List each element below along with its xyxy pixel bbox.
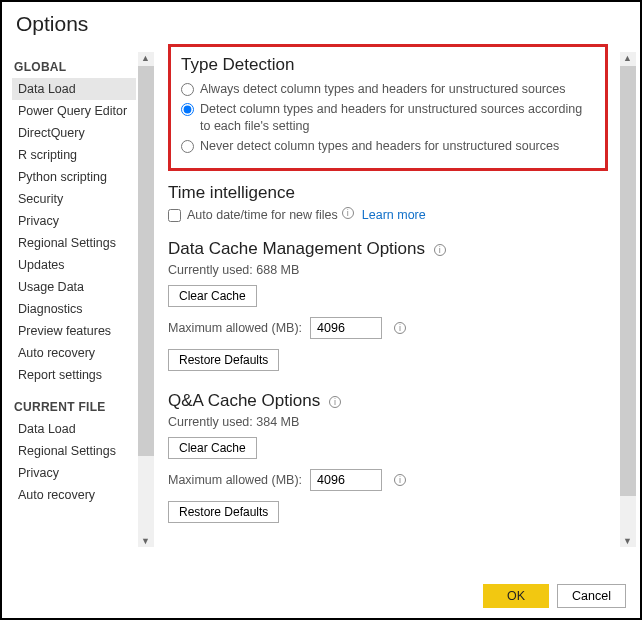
cancel-button[interactable]: Cancel bbox=[557, 584, 626, 608]
chevron-up-icon[interactable]: ▲ bbox=[623, 53, 632, 63]
info-icon[interactable]: i bbox=[394, 474, 406, 486]
clear-cache-button[interactable]: Clear Cache bbox=[168, 285, 257, 307]
info-icon[interactable]: i bbox=[434, 244, 446, 256]
qa-cache-used: Currently used: 384 MB bbox=[168, 415, 608, 429]
sidebar-item-diagnostics[interactable]: Diagnostics bbox=[12, 298, 136, 320]
time-intelligence-heading: Time intelligence bbox=[168, 183, 608, 203]
info-icon[interactable]: i bbox=[329, 396, 341, 408]
data-cache-used: Currently used: 688 MB bbox=[168, 263, 608, 277]
dialog-footer: OK Cancel bbox=[483, 584, 626, 608]
qa-clear-cache-button[interactable]: Clear Cache bbox=[168, 437, 257, 459]
sidebar-item-cf-regional-settings[interactable]: Regional Settings bbox=[12, 440, 136, 462]
main-panel: Type Detection Always detect column type… bbox=[154, 44, 640, 556]
sidebar-item-security[interactable]: Security bbox=[12, 188, 136, 210]
sidebar-item-cf-data-load[interactable]: Data Load bbox=[12, 418, 136, 440]
radio-detect-per-file[interactable]: Detect column types and headers for unst… bbox=[181, 101, 595, 135]
time-intelligence-section: Time intelligence Auto date/time for new… bbox=[168, 183, 608, 224]
chevron-up-icon[interactable]: ▲ bbox=[141, 53, 150, 63]
window-title: Options bbox=[2, 2, 640, 44]
qa-cache-max-row: Maximum allowed (MB): i bbox=[168, 469, 608, 491]
sidebar-item-r-scripting[interactable]: R scripting bbox=[12, 144, 136, 166]
sidebar-scrollbar[interactable]: ▲ ▼ bbox=[138, 52, 154, 547]
sidebar-item-usage-data[interactable]: Usage Data bbox=[12, 276, 136, 298]
radio-detect-label: Detect column types and headers for unst… bbox=[200, 101, 595, 135]
main-scrollbar[interactable]: ▲ ▼ bbox=[620, 52, 636, 547]
data-cache-max-row: Maximum allowed (MB): i bbox=[168, 317, 608, 339]
sidebar-item-regional-settings[interactable]: Regional Settings bbox=[12, 232, 136, 254]
content-area: GLOBAL Data Load Power Query Editor Dire… bbox=[2, 44, 640, 556]
sidebar: GLOBAL Data Load Power Query Editor Dire… bbox=[6, 44, 154, 556]
group-current-header: CURRENT FILE bbox=[14, 400, 154, 414]
auto-datetime-checkbox[interactable] bbox=[168, 209, 181, 222]
scrollbar-thumb[interactable] bbox=[138, 66, 154, 456]
qa-cache-max-input[interactable] bbox=[310, 469, 382, 491]
sidebar-item-cf-privacy[interactable]: Privacy bbox=[12, 462, 136, 484]
restore-defaults-button[interactable]: Restore Defaults bbox=[168, 349, 279, 371]
data-cache-section: Data Cache Management Options i Currentl… bbox=[168, 239, 608, 375]
radio-always-input[interactable] bbox=[181, 83, 194, 96]
radio-never-detect[interactable]: Never detect column types and headers fo… bbox=[181, 138, 595, 155]
qa-cache-section: Q&A Cache Options i Currently used: 384 … bbox=[168, 391, 608, 527]
scrollbar-thumb[interactable] bbox=[620, 66, 636, 496]
learn-more-link[interactable]: Learn more bbox=[362, 207, 426, 224]
radio-never-input[interactable] bbox=[181, 140, 194, 153]
info-icon[interactable]: i bbox=[342, 207, 354, 219]
auto-datetime-label: Auto date/time for new files bbox=[187, 207, 338, 224]
sidebar-item-updates[interactable]: Updates bbox=[12, 254, 136, 276]
sidebar-item-privacy[interactable]: Privacy bbox=[12, 210, 136, 232]
radio-always-detect[interactable]: Always detect column types and headers f… bbox=[181, 81, 595, 98]
sidebar-item-preview-features[interactable]: Preview features bbox=[12, 320, 136, 342]
chevron-down-icon[interactable]: ▼ bbox=[141, 536, 150, 546]
data-cache-max-input[interactable] bbox=[310, 317, 382, 339]
sidebar-item-auto-recovery[interactable]: Auto recovery bbox=[12, 342, 136, 364]
qa-restore-defaults-button[interactable]: Restore Defaults bbox=[168, 501, 279, 523]
chevron-down-icon[interactable]: ▼ bbox=[623, 536, 632, 546]
sidebar-item-data-load[interactable]: Data Load bbox=[12, 78, 136, 100]
data-cache-heading-text: Data Cache Management Options bbox=[168, 239, 425, 258]
auto-datetime-checkbox-row[interactable]: Auto date/time for new files i Learn mor… bbox=[168, 207, 608, 224]
radio-detect-input[interactable] bbox=[181, 103, 194, 116]
ok-button[interactable]: OK bbox=[483, 584, 549, 608]
info-icon[interactable]: i bbox=[394, 322, 406, 334]
sidebar-item-directquery[interactable]: DirectQuery bbox=[12, 122, 136, 144]
data-cache-max-label: Maximum allowed (MB): bbox=[168, 321, 302, 335]
type-detection-highlight: Type Detection Always detect column type… bbox=[168, 44, 608, 171]
radio-always-label: Always detect column types and headers f… bbox=[200, 81, 565, 98]
group-global-header: GLOBAL bbox=[14, 60, 154, 74]
qa-cache-max-label: Maximum allowed (MB): bbox=[168, 473, 302, 487]
sidebar-item-python-scripting[interactable]: Python scripting bbox=[12, 166, 136, 188]
qa-cache-heading: Q&A Cache Options i bbox=[168, 391, 608, 411]
sidebar-item-power-query-editor[interactable]: Power Query Editor bbox=[12, 100, 136, 122]
data-cache-heading: Data Cache Management Options i bbox=[168, 239, 608, 259]
qa-cache-heading-text: Q&A Cache Options bbox=[168, 391, 320, 410]
type-detection-heading: Type Detection bbox=[181, 55, 595, 75]
sidebar-item-report-settings[interactable]: Report settings bbox=[12, 364, 136, 386]
radio-never-label: Never detect column types and headers fo… bbox=[200, 138, 559, 155]
sidebar-item-cf-auto-recovery[interactable]: Auto recovery bbox=[12, 484, 136, 506]
